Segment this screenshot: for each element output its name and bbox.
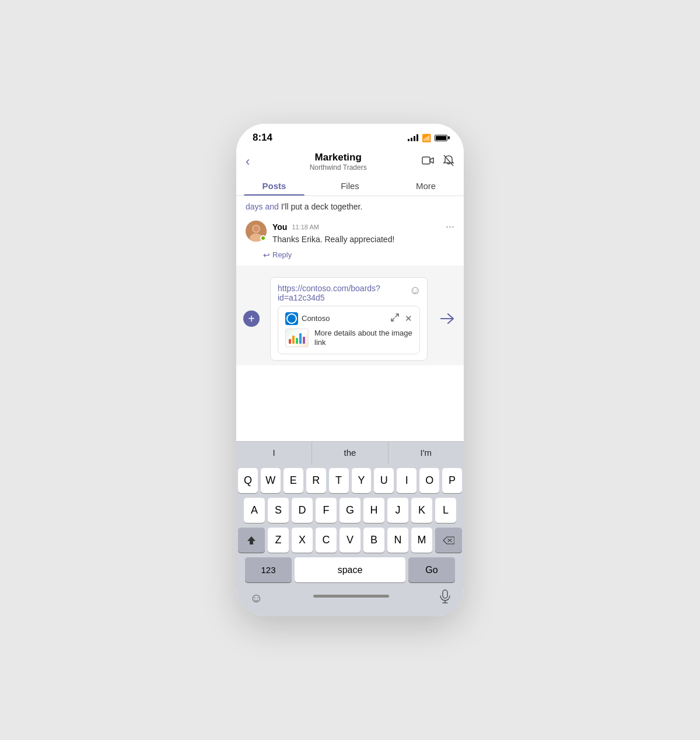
battery-icon [435, 135, 447, 141]
preview-close-button[interactable]: ✕ [405, 313, 412, 324]
key-n[interactable]: N [387, 528, 408, 553]
keyboard-row-3: Z X C V B N M [238, 528, 462, 553]
team-name: Northwind Traders [254, 163, 422, 172]
header-actions [422, 154, 454, 170]
link-preview-card: Contoso ✕ [278, 306, 420, 355]
key-b[interactable]: B [363, 528, 384, 553]
key-o[interactable]: O [419, 468, 439, 493]
channel-tabs: Posts Files More [236, 175, 464, 196]
key-h[interactable]: H [363, 498, 384, 523]
reply-button[interactable]: ↩ Reply [236, 246, 464, 266]
emoji-button[interactable]: ☺ [410, 284, 421, 297]
message-row: You 11:18 AM ··· Thanks Erika. Really ap… [236, 215, 464, 246]
reply-arrow-icon: ↩ [263, 250, 270, 260]
svg-rect-0 [422, 157, 430, 164]
key-v[interactable]: V [340, 528, 360, 553]
key-s[interactable]: S [268, 498, 289, 523]
tab-more[interactable]: More [388, 175, 464, 196]
message-sender: You [272, 222, 287, 232]
keyboard-mic-button[interactable] [440, 589, 450, 607]
keyboard: Q W E R T Y U I O P A S D F G H J K L [236, 463, 464, 616]
key-f[interactable]: F [316, 498, 337, 523]
key-l[interactable]: L [435, 498, 456, 523]
key-u[interactable]: U [374, 468, 394, 493]
shift-key[interactable] [238, 528, 265, 553]
key-c[interactable]: C [316, 528, 337, 553]
space-key[interactable]: space [295, 557, 405, 582]
compose-row: + https://contoso.com/boards?id=a12c34d5… [236, 273, 464, 366]
compose-area[interactable]: https://contoso.com/boards?id=a12c34d5 ☺… [270, 277, 428, 361]
link-preview-brand: Contoso [285, 312, 330, 325]
send-button[interactable] [438, 309, 457, 328]
signal-icon [408, 134, 418, 141]
tab-posts[interactable]: Posts [236, 175, 312, 196]
link-preview-body: More details about the image link [285, 329, 412, 348]
tab-files[interactable]: Files [312, 175, 388, 196]
preview-expand-button[interactable] [391, 313, 399, 323]
key-w[interactable]: W [261, 468, 281, 493]
keyboard-row-2: A S D F G H J K L [238, 498, 462, 523]
thumbnail-chart [289, 332, 305, 344]
key-x[interactable]: X [292, 528, 313, 553]
key-g[interactable]: G [340, 498, 360, 523]
brand-logo [285, 312, 298, 325]
message-meta: You 11:18 AM ··· [272, 221, 454, 233]
message-text: Thanks Erika. Really appreciated! [272, 234, 454, 246]
key-r[interactable]: R [306, 468, 326, 493]
key-i[interactable]: I [397, 468, 416, 493]
key-q[interactable]: Q [238, 468, 258, 493]
key-j[interactable]: J [387, 498, 408, 523]
key-m[interactable]: M [411, 528, 432, 553]
online-indicator [260, 235, 266, 241]
channel-header: ‹ Marketing Northwind Traders [236, 147, 464, 172]
partial-message: days and I'll put a deck together. [236, 196, 464, 215]
wifi-icon: 📶 [422, 134, 431, 142]
preview-thumbnail [285, 329, 309, 347]
message-content: You 11:18 AM ··· Thanks Erika. Really ap… [272, 221, 454, 246]
mute-notifications-button[interactable] [443, 154, 454, 170]
preview-actions: ✕ [391, 313, 412, 324]
compose-add-button[interactable]: + [243, 310, 260, 327]
key-z[interactable]: Z [268, 528, 289, 553]
home-indicator [313, 595, 389, 598]
suggestion-the[interactable]: the [312, 442, 388, 463]
phone-frame: 8:14 📶 ‹ Marketing Northwind Traders [236, 124, 464, 616]
back-button[interactable]: ‹ [246, 152, 254, 172]
go-key[interactable]: Go [408, 557, 455, 582]
partial-text-rest: I'll put a deck together. [281, 202, 363, 211]
key-e[interactable]: E [284, 468, 303, 493]
link-preview-header: Contoso ✕ [285, 312, 412, 325]
suggestion-im[interactable]: I'm [388, 442, 464, 463]
compose-link[interactable]: https://contoso.com/boards?id=a12c34d5 [278, 284, 420, 302]
chat-area: days and I'll put a deck together. [236, 196, 464, 441]
message-more-button[interactable]: ··· [446, 221, 454, 233]
avatar-wrap [246, 221, 267, 242]
key-a[interactable]: A [244, 498, 265, 523]
key-k[interactable]: K [411, 498, 432, 523]
partial-text-highlight: days and [246, 202, 279, 211]
status-icons: 📶 [408, 134, 447, 142]
keyboard-bottom-bar: ☺ [238, 586, 462, 614]
status-bar: 8:14 📶 [236, 124, 464, 147]
delete-key[interactable] [435, 528, 462, 553]
keyboard-suggestions: I the I'm [236, 441, 464, 463]
status-time: 8:14 [253, 132, 272, 144]
brand-name: Contoso [302, 314, 330, 323]
suggestion-i[interactable]: I [236, 442, 312, 463]
numbers-key[interactable]: 123 [245, 557, 292, 582]
key-y[interactable]: Y [352, 468, 372, 493]
key-t[interactable]: T [329, 468, 349, 493]
keyboard-emoji-button[interactable]: ☺ [250, 591, 262, 606]
channel-name: Marketing [254, 152, 422, 163]
brand-logo-inner [286, 313, 297, 324]
message-time: 11:18 AM [292, 224, 318, 231]
key-p[interactable]: P [442, 468, 462, 493]
key-d[interactable]: D [292, 498, 313, 523]
video-call-button[interactable] [422, 155, 435, 169]
keyboard-bottom-row: 123 space Go [238, 557, 462, 582]
svg-point-5 [253, 226, 259, 232]
keyboard-row-1: Q W E R T Y U I O P [238, 468, 462, 493]
compose-wrapper: + https://contoso.com/boards?id=a12c34d5… [236, 266, 464, 366]
reply-label: Reply [272, 250, 292, 259]
preview-description: More details about the image link [314, 329, 412, 348]
